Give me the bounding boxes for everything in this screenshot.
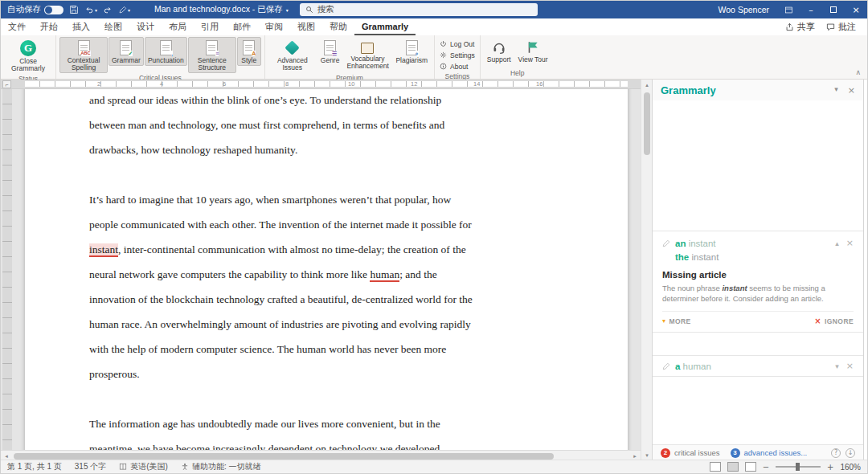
- log-out-button[interactable]: Log Out: [438, 39, 476, 49]
- collapse-ribbon-icon[interactable]: ∧: [855, 68, 861, 76]
- ribbon-tabs: 文件 开始 插入 绘图 设计 布局 引用 邮件 审阅 视图 帮助 Grammar…: [1, 18, 867, 35]
- page-indicator[interactable]: 第 1 页, 共 1 页: [7, 461, 62, 472]
- redo-icon[interactable]: [103, 5, 113, 14]
- flagged-word[interactable]: human: [370, 268, 399, 282]
- vertical-scroll-thumb[interactable]: [644, 92, 650, 155]
- document-canvas[interactable]: and spread our ideas within the blink of…: [1, 89, 641, 450]
- accessibility-status[interactable]: 辅助功能: 一切就绪: [181, 461, 261, 472]
- zoom-out-icon[interactable]: −: [763, 463, 769, 472]
- tab-file[interactable]: 文件: [1, 18, 33, 35]
- vocabulary-enhancement-button[interactable]: Vocabulary Enhancement: [343, 37, 391, 72]
- document-title[interactable]: Man and technology.docx - 已保存 ▾: [154, 4, 289, 15]
- tab-view[interactable]: 视图: [290, 18, 322, 35]
- statusbar: 第 1 页, 共 1 页 315 个字 英语(美国) 辅助功能: 一切就绪 − …: [1, 460, 867, 473]
- settings-button[interactable]: Settings: [438, 50, 477, 60]
- document-line[interactable]: prosperous.: [89, 362, 551, 386]
- document-line[interactable]: between man and technology, one must fir…: [89, 112, 551, 137]
- tab-references[interactable]: 引用: [194, 18, 226, 35]
- close-grammarly-button[interactable]: G Close Grammarly: [4, 37, 52, 74]
- ribbon-display-options-icon[interactable]: [777, 1, 800, 18]
- more-button[interactable]: ▾ MORE: [662, 317, 691, 325]
- contextual-spelling-button[interactable]: ABC Contextual Spelling: [59, 37, 108, 73]
- genre-button[interactable]: ☰ Genre: [317, 37, 343, 66]
- tab-review[interactable]: 审阅: [258, 18, 290, 35]
- document-line[interactable]: meantime, we have become increasingly de…: [89, 436, 551, 450]
- comments-button[interactable]: 批注: [826, 21, 856, 33]
- chevron-down-icon[interactable]: ▾: [95, 7, 97, 13]
- tab-mailings[interactable]: 邮件: [226, 18, 258, 35]
- vertical-ruler[interactable]: [2, 89, 12, 450]
- support-button[interactable]: Support: [484, 37, 514, 65]
- plagiarism-button[interactable]: ⌕ Plagiarism: [392, 37, 431, 66]
- zoom-slider-thumb[interactable]: [796, 463, 800, 471]
- tab-layout[interactable]: 布局: [162, 18, 194, 35]
- advanced-issues-badge[interactable]: 3: [731, 448, 740, 458]
- print-layout-icon[interactable]: [727, 462, 739, 472]
- tab-grammarly[interactable]: Grammarly: [354, 18, 416, 35]
- zoom-in-icon[interactable]: +: [827, 463, 833, 472]
- read-mode-icon[interactable]: [710, 462, 721, 472]
- advanced-issues-button[interactable]: Advanced Issues: [268, 37, 317, 73]
- tab-selector-icon[interactable]: ⌐: [2, 80, 11, 88]
- close-button[interactable]: ×: [845, 1, 867, 18]
- autosave-toggle[interactable]: 自动保存: [7, 4, 63, 15]
- document-line[interactable]: and spread our ideas within the blink of…: [89, 89, 551, 112]
- horizontal-ruler[interactable]: ⌐ 246810121416: [1, 80, 641, 89]
- autosave-switch-icon[interactable]: [44, 6, 63, 14]
- document-line[interactable]: human race. An overwhelmingly amount of …: [89, 312, 551, 337]
- collapse-card-icon[interactable]: ▴: [835, 239, 839, 247]
- help-circle-icon[interactable]: ?: [831, 448, 841, 458]
- scroll-up-icon[interactable]: ▴: [641, 80, 653, 91]
- tab-insert[interactable]: 插入: [65, 18, 97, 35]
- panel-menu-icon[interactable]: ▾: [834, 85, 838, 96]
- document-line[interactable]: The information age has undoubtedly made…: [89, 411, 551, 436]
- document-line[interactable]: [89, 162, 551, 187]
- document-line[interactable]: It’s hard to imagine that 10 years ago, …: [89, 187, 551, 212]
- document-line[interactable]: innovation of the blockchain technology …: [89, 287, 551, 312]
- critical-issues-badge[interactable]: 2: [661, 448, 670, 458]
- web-layout-icon[interactable]: [745, 462, 756, 472]
- save-icon[interactable]: [69, 5, 79, 14]
- grammar-button[interactable]: ✓ Grammar: [108, 37, 144, 66]
- user-name[interactable]: Woo Spencer: [719, 5, 769, 14]
- tab-home[interactable]: 开始: [33, 18, 65, 35]
- document-line[interactable]: drawbacks, how technology reshaped human…: [89, 137, 551, 162]
- minimize-button[interactable]: –: [800, 1, 822, 18]
- pen-icon[interactable]: ▾: [118, 6, 130, 14]
- punctuation-button[interactable]: , Punctuation: [145, 37, 187, 66]
- horizontal-scroll-thumb[interactable]: [14, 453, 554, 460]
- document-page[interactable]: and spread our ideas within the blink of…: [25, 89, 628, 450]
- suggestion-card-instant[interactable]: an instant ▴ × the instant Missing artic…: [653, 231, 863, 333]
- dismiss-card-icon[interactable]: ×: [846, 361, 854, 371]
- advanced-issues-label[interactable]: advanced issues...: [744, 448, 808, 457]
- word-count[interactable]: 315 个字: [75, 461, 106, 472]
- language-indicator[interactable]: 英语(美国): [119, 461, 168, 472]
- document-line[interactable]: neural network gave computers the capabi…: [89, 262, 551, 287]
- zoom-slider[interactable]: [776, 466, 821, 468]
- document-line[interactable]: with the help of modern computer science…: [89, 337, 551, 362]
- view-tour-button[interactable]: View Tour: [515, 37, 551, 65]
- ignore-button[interactable]: × IGNORE: [814, 317, 854, 325]
- document-line[interactable]: [89, 386, 551, 411]
- suggestion-card-human[interactable]: a human ▾ ×: [653, 355, 863, 377]
- tab-design[interactable]: 设计: [129, 18, 162, 35]
- share-button[interactable]: 共享: [785, 21, 815, 33]
- vertical-scrollbar[interactable]: ▴ ▾: [641, 80, 652, 461]
- search-box[interactable]: 搜索: [300, 3, 538, 16]
- panel-close-icon[interactable]: ×: [848, 85, 855, 96]
- flagged-word-active[interactable]: instant: [89, 243, 118, 257]
- maximize-button[interactable]: [822, 1, 845, 18]
- tab-draw[interactable]: 绘图: [97, 18, 129, 35]
- zoom-level[interactable]: 160%: [840, 463, 861, 472]
- tab-help[interactable]: 帮助: [322, 18, 354, 35]
- about-button[interactable]: About: [438, 61, 469, 72]
- chevron-down-icon[interactable]: ▾: [128, 7, 130, 13]
- download-circle-icon[interactable]: ↓: [845, 448, 855, 458]
- undo-icon[interactable]: ▾: [84, 5, 97, 14]
- dismiss-card-icon[interactable]: ×: [846, 238, 854, 248]
- document-line[interactable]: instant, inter-continental communication…: [89, 237, 551, 262]
- sentence-structure-button[interactable]: ≡ Sentence Structure: [188, 37, 236, 73]
- style-button[interactable]: A Style: [237, 37, 261, 66]
- document-line[interactable]: people communicated with each other. The…: [89, 212, 551, 237]
- expand-card-icon[interactable]: ▾: [835, 362, 839, 370]
